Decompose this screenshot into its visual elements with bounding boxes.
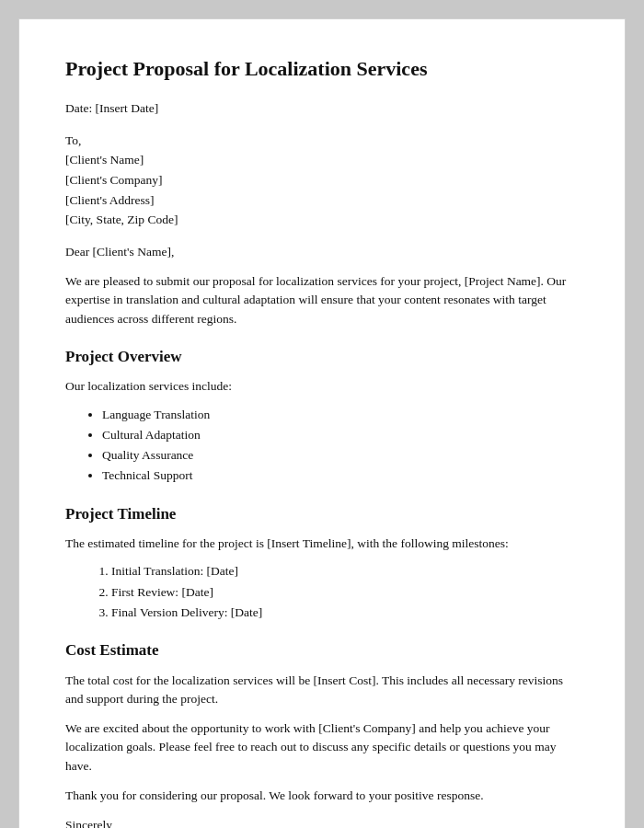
- project-overview-heading: Project Overview: [65, 345, 579, 369]
- closing-paragraph-2: Thank you for considering our proposal. …: [65, 787, 579, 805]
- cost-estimate-heading: Cost Estimate: [65, 638, 579, 662]
- to-label: To,: [65, 131, 579, 151]
- list-item: Quality Assurance: [102, 446, 579, 465]
- sincerely: Sincerely,: [65, 816, 579, 828]
- document: Project Proposal for Localization Servic…: [18, 18, 626, 828]
- document-title: Project Proposal for Localization Servic…: [65, 56, 579, 83]
- project-timeline-heading: Project Timeline: [65, 502, 579, 526]
- client-address: [Client's Address]: [65, 190, 579, 211]
- list-item: Cultural Adaptation: [102, 426, 579, 444]
- cost-estimate-text: The total cost for the localization serv…: [65, 672, 579, 709]
- milestones-list: Initial Translation: [Date] First Review…: [65, 562, 579, 622]
- services-list: Language Translation Cultural Adaptation…: [65, 406, 579, 486]
- list-item: Initial Translation: [Date]: [111, 562, 579, 581]
- list-item: Technical Support: [102, 466, 579, 485]
- project-overview-text: Our localization services include:: [65, 377, 579, 396]
- intro-paragraph: We are pleased to submit our proposal fo…: [65, 272, 579, 328]
- document-date: Date: [Insert Date]: [65, 99, 579, 118]
- client-name: [Client's Name]: [65, 150, 579, 170]
- salutation: Dear [Client's Name],: [65, 243, 579, 261]
- client-city: [City, State, Zip Code]: [65, 210, 579, 230]
- client-company: [Client's Company]: [65, 170, 579, 190]
- project-timeline-text: The estimated timeline for the project i…: [65, 535, 579, 553]
- list-item: Final Version Delivery: [Date]: [111, 604, 579, 622]
- list-item: Language Translation: [102, 406, 579, 424]
- address-block: To, [Client's Name] [Client's Company] […: [65, 131, 579, 230]
- closing-paragraph-1: We are excited about the opportunity to …: [65, 719, 579, 776]
- list-item: First Review: [Date]: [111, 583, 579, 602]
